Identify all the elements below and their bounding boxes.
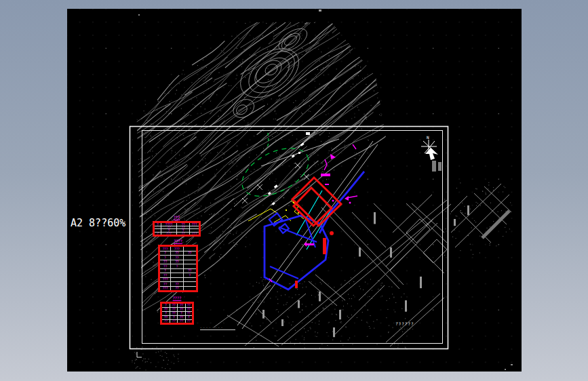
table-cell: ?? — [177, 233, 189, 235]
table-cell: ? — [160, 269, 170, 273]
table-cell: ? — [155, 233, 161, 235]
table-cell: ?? — [171, 252, 182, 256]
table-cell — [184, 247, 196, 251]
table-cell: ? — [162, 304, 170, 307]
table-cell: ?? — [170, 304, 177, 307]
table-grid: ??????????????????????????????????? — [160, 302, 194, 325]
table-cell: ?? — [161, 226, 176, 229]
table-cell: ?? — [186, 312, 192, 315]
table-cell: ?? — [178, 320, 184, 323]
table-cell — [171, 278, 182, 282]
table-title: ???? — [158, 239, 198, 244]
table-cell: ?? — [178, 304, 184, 307]
legend-table-3: ???? ??????????????????????????????????? — [160, 296, 194, 325]
table-cell: ? — [160, 256, 170, 260]
table-cell: ?? — [186, 320, 192, 323]
table-cell — [184, 264, 196, 268]
site-note-subtext: ······ — [398, 327, 414, 331]
svg-text:N: N — [427, 135, 429, 140]
table-cell: ? — [171, 264, 182, 268]
table-cell: ? — [155, 223, 161, 226]
table-cell: ?? — [160, 273, 170, 277]
table-caption: ········ — [200, 326, 235, 330]
table-title: ??? — [153, 215, 201, 220]
table-cell: ? — [161, 229, 176, 232]
table-title: ???? — [160, 296, 194, 301]
table-cell: ??? — [160, 247, 170, 251]
table-cell: ? — [162, 312, 170, 315]
table-cell — [190, 226, 199, 229]
table-cell: ???? — [161, 223, 176, 226]
table-cell: ?? — [186, 304, 192, 307]
table-cell: ? — [160, 252, 170, 256]
table-cell: ?? — [171, 287, 182, 291]
table-cell — [171, 273, 182, 277]
table-cell — [184, 282, 196, 286]
table-cell — [155, 226, 161, 229]
table-cell — [184, 260, 196, 264]
road-lines — [234, 132, 378, 329]
table-cell: ? — [170, 316, 177, 319]
table-cell — [184, 287, 196, 291]
legend-table-2: ???? ???????????????????????????????????… — [158, 239, 198, 292]
table-cell: ??? — [190, 223, 199, 226]
table-cell: ?? — [177, 223, 189, 226]
table-cell: ? — [177, 229, 189, 232]
app-background: { "window": { "bg_top": "#8a99af", "bg_b… — [0, 0, 588, 381]
table-cell: ? — [184, 273, 196, 277]
table-cell: ?? — [171, 282, 182, 286]
table-cell: ?? — [162, 320, 170, 323]
table-cell: ?? — [160, 264, 170, 268]
table-cell: ?? — [170, 312, 177, 315]
table-cell: ?? — [171, 256, 182, 260]
table-cell — [171, 269, 182, 273]
table-cell: ??? — [160, 278, 170, 282]
table-cell: ?? — [178, 316, 184, 319]
table-cell: ? — [178, 312, 184, 315]
table-cell — [184, 256, 196, 260]
table-cell — [190, 229, 199, 232]
table-cell: ?? — [171, 260, 182, 264]
table-cell: ??? — [161, 233, 176, 235]
legend-table-1: ??? ????????????????????????? — [153, 215, 201, 237]
zoom-scale-label: A2 8??60% — [71, 217, 125, 229]
table-cell: ??? — [171, 247, 182, 251]
table-cell: ?? — [178, 308, 184, 311]
table-cell: ? — [186, 316, 192, 319]
cad-drawing: N — [67, 9, 522, 372]
table-cell: ?? — [184, 252, 196, 256]
table-cell: ??? — [190, 233, 199, 235]
table-cell — [184, 278, 196, 282]
table-cell — [155, 229, 161, 232]
table-cell: ?? — [160, 260, 170, 264]
table-cell: ?? — [184, 269, 196, 273]
table-cell: ?? — [186, 308, 192, 311]
table-grid: ????????????????????????? — [153, 221, 201, 237]
table-cell: ?? — [162, 316, 170, 319]
parcel-lines — [214, 184, 511, 346]
north-arrow-icon: N — [421, 135, 442, 172]
site-note-label: ?????? — [395, 321, 414, 326]
table-cell: ?? — [177, 226, 189, 229]
contour-lines — [67, 9, 427, 326]
table-cell: ?? — [170, 308, 177, 311]
table-cell: ?? — [160, 282, 170, 286]
cad-viewport[interactable]: N A2 8??60% ?????? ······ ········ ??? ?… — [67, 9, 522, 372]
table-cell: ?? — [170, 320, 177, 323]
table-grid: ??????????????????????????????????????? — [158, 245, 198, 292]
table-cell: ?? — [162, 308, 170, 311]
table-cell: ??? — [160, 287, 170, 291]
